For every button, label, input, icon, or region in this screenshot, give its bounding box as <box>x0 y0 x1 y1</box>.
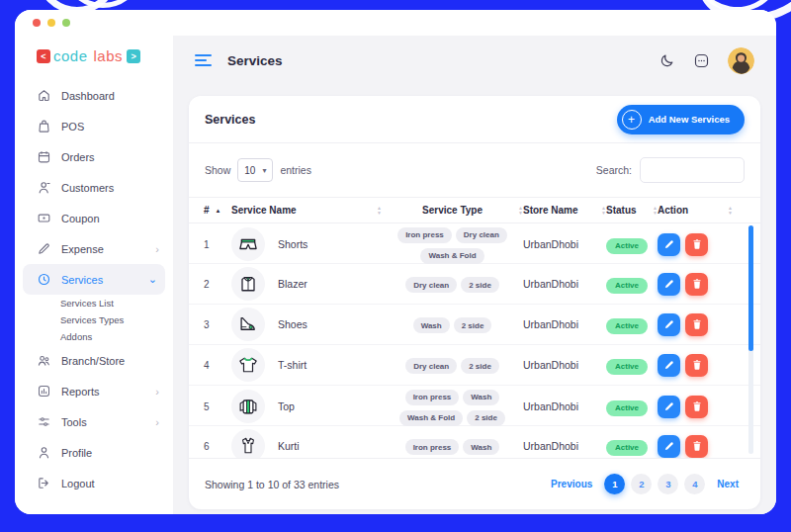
logo-word-code: code <box>53 47 88 64</box>
delete-button[interactable] <box>685 354 708 377</box>
sidebar-item-tools[interactable]: Tools › <box>15 406 173 437</box>
service-type-tag: Iron press <box>397 227 452 243</box>
dark-mode-icon[interactable] <box>659 52 675 69</box>
sidebar: < code labs > Dashboard POS Orders Custo… <box>15 36 173 514</box>
user-avatar[interactable] <box>728 47 754 74</box>
edit-button[interactable] <box>658 435 680 458</box>
sidebar-item-services[interactable]: Services ⌄ <box>23 264 165 295</box>
service-name: Shorts <box>278 238 308 250</box>
column-header-[interactable]: #▲ <box>204 205 231 216</box>
sort-icon: ▲ <box>216 208 221 214</box>
edit-button[interactable] <box>658 396 680 418</box>
sidebar-subitem-addons[interactable]: Addons <box>15 328 173 345</box>
sidebar-nav: Dashboard POS Orders Customers Coupon Ex… <box>15 80 173 498</box>
search-input[interactable] <box>640 157 745 183</box>
logo-close-bracket: > <box>127 49 140 63</box>
column-header-service-type[interactable]: Service Type▲▼ <box>382 205 523 216</box>
page-size-select[interactable]: 10▾ <box>237 158 273 182</box>
card-title: Services <box>205 113 255 127</box>
store-name: UrbanDhobi <box>523 238 606 250</box>
maximize-window-button[interactable] <box>62 19 70 27</box>
customers-icon <box>37 180 51 195</box>
coupon-icon <box>37 211 51 225</box>
row-number: 4 <box>204 360 231 371</box>
service-type-tag: 2 side <box>467 410 505 426</box>
add-new-services-button[interactable]: + Add New Services <box>617 105 745 134</box>
column-header-status[interactable]: Status▲▼ <box>606 205 658 216</box>
sidebar-item-customers[interactable]: Customers <box>15 172 173 203</box>
minimize-window-button[interactable] <box>47 19 55 27</box>
sidebar-item-reports[interactable]: Reports › <box>15 376 173 406</box>
sidebar-item-pos[interactable]: POS <box>15 111 173 141</box>
apps-icon[interactable] <box>693 52 710 69</box>
service-type-tag: Wash <box>463 439 499 455</box>
table-row: 6 Kurti Iron pressWash UrbanDhobi Active <box>189 426 760 458</box>
sidebar-item-logout[interactable]: Logout <box>15 468 173 498</box>
store-name: UrbanDhobi <box>523 359 606 371</box>
edit-button[interactable] <box>658 273 680 296</box>
logo-word-labs: labs <box>94 47 124 64</box>
services-icon <box>37 272 51 287</box>
service-type-tags: Iron pressWashWash & Fold2 side <box>382 386 523 427</box>
profile-icon <box>37 445 51 460</box>
column-header-store-name[interactable]: Store Name▲▼ <box>523 205 606 216</box>
service-type-tag: Dry clean <box>405 358 457 374</box>
chevron-down-icon: ⌄ <box>148 273 157 286</box>
table-header: #▲Service Name▲▼Service Type▲▼Store Name… <box>189 197 760 223</box>
status-badge: Active <box>606 440 648 456</box>
sidebar-item-dashboard[interactable]: Dashboard <box>15 80 173 111</box>
delete-button[interactable] <box>685 273 708 296</box>
service-type-tag: Wash <box>413 317 450 333</box>
sidebar-item-expense[interactable]: Expense › <box>15 233 173 264</box>
window-titlebar <box>15 10 776 36</box>
branch-icon <box>37 353 51 368</box>
sidebar-subitem-services-list[interactable]: Services List <box>15 295 173 311</box>
next-page-button[interactable]: Next <box>711 479 745 489</box>
page-button-3[interactable]: 3 <box>658 474 678 494</box>
service-type-tag: Wash <box>463 390 499 405</box>
sidebar-item-orders[interactable]: Orders <box>15 141 173 172</box>
column-header-service-name[interactable]: Service Name▲▼ <box>231 205 382 216</box>
page-button-1[interactable]: 1 <box>604 474 625 494</box>
close-window-button[interactable] <box>33 19 41 27</box>
service-name: T-shirt <box>278 359 307 371</box>
pos-icon <box>37 119 51 133</box>
chevron-down-icon: ▾ <box>262 166 266 175</box>
tshirt-icon <box>231 348 265 382</box>
store-name: UrbanDhobi <box>523 318 606 330</box>
service-type-tag: Dry clean <box>405 277 457 293</box>
shoes-icon <box>231 308 265 341</box>
menu-toggle-icon[interactable] <box>195 54 212 67</box>
column-header-action[interactable]: Action▲▼ <box>658 205 733 216</box>
service-type-tags: Iron pressDry cleanWash & Fold <box>382 223 523 265</box>
delete-button[interactable] <box>685 233 708 256</box>
store-name: UrbanDhobi <box>523 278 606 290</box>
chevron-right-icon: › <box>155 416 159 428</box>
page-button-4[interactable]: 4 <box>684 474 705 494</box>
service-type-tag: Iron press <box>405 439 460 455</box>
row-number: 1 <box>204 239 231 250</box>
edit-button[interactable] <box>658 313 680 336</box>
scrollbar-thumb[interactable] <box>748 225 753 351</box>
service-type-tags: Iron pressWash <box>382 436 523 457</box>
previous-page-button[interactable]: Previous <box>545 479 598 489</box>
delete-button[interactable] <box>685 313 708 336</box>
scrollbar-track[interactable] <box>748 225 753 454</box>
service-type-tags: Wash2 side <box>382 314 523 335</box>
page-button-2[interactable]: 2 <box>631 474 652 494</box>
search-label: Search: <box>596 164 632 176</box>
orders-icon <box>37 149 51 164</box>
edit-button[interactable] <box>658 233 680 256</box>
sort-icon: ▲▼ <box>728 206 733 215</box>
table-row: 1 Shorts Iron pressDry cleanWash & Fold … <box>189 223 760 264</box>
sidebar-item-profile[interactable]: Profile <box>15 437 173 468</box>
sidebar-item-coupon[interactable]: Coupon <box>15 203 173 233</box>
sidebar-subitem-services-types[interactable]: Services Types <box>15 311 173 328</box>
service-type-tag: 2 side <box>461 277 499 293</box>
service-name: Kurti <box>278 440 300 452</box>
sidebar-item-branch-store[interactable]: Branch/Store <box>15 345 173 376</box>
service-type-tag: Wash & Fold <box>399 410 463 426</box>
delete-button[interactable] <box>685 396 708 418</box>
delete-button[interactable] <box>685 435 708 458</box>
edit-button[interactable] <box>658 354 680 377</box>
